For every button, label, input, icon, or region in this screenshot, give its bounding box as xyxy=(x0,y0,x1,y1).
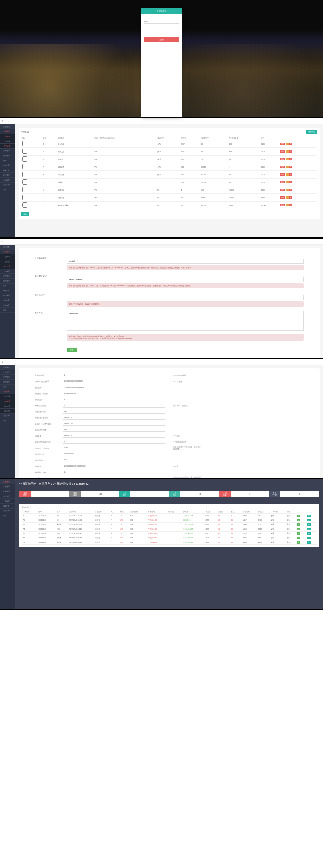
delete-button[interactable]: 删除 xyxy=(280,166,285,168)
sidebar-item-stats[interactable]: ▸ 统计管理 xyxy=(0,293,15,298)
sidebar-item-news[interactable]: ▸ 新闻 xyxy=(0,385,15,389)
action-button[interactable]: ⟳ xyxy=(307,532,311,535)
edit-icon[interactable]: ✎ xyxy=(286,181,289,183)
sidebar-item-products[interactable]: ▸ 产品管理 xyxy=(0,370,15,375)
sidebar-item-products[interactable]: ▾ 产品管理 xyxy=(0,129,15,134)
sidebar-item-kline[interactable]: ▸ K线下载 xyxy=(0,288,15,293)
sidebar-item-site[interactable]: ▸ 站点设置 xyxy=(0,183,15,187)
trade-situation-input[interactable] xyxy=(67,277,304,282)
sidebar-item-orders[interactable]: ▸ 订单管理 xyxy=(0,489,15,494)
config-input[interactable] xyxy=(63,476,165,478)
export-button[interactable]: 导出 xyxy=(21,212,29,216)
config-input[interactable] xyxy=(63,446,165,450)
menu-toggle-icon[interactable]: ≡ xyxy=(0,239,323,245)
sidebar-item-site[interactable]: ▸ 站点设置 xyxy=(0,509,15,513)
row-checkbox[interactable] xyxy=(22,195,27,200)
config-input[interactable] xyxy=(63,428,165,432)
delete-button[interactable]: 删除 xyxy=(280,150,285,153)
submit-button[interactable]: 提交 xyxy=(67,348,77,352)
row-checkbox[interactable] xyxy=(22,141,27,146)
sidebar-item-users[interactable]: ▸ 用户管理 xyxy=(0,279,15,284)
sidebar-item-home[interactable]: ▸ 后台首页 xyxy=(0,124,15,129)
sidebar-item-system[interactable]: ▾ 系统设置 xyxy=(0,389,15,394)
edit-icon[interactable]: ✎ xyxy=(286,143,289,145)
remove-icon[interactable]: ✕ xyxy=(289,166,292,168)
delete-button[interactable]: 删除 xyxy=(280,189,285,191)
sidebar-item-site[interactable]: ▸ 站点设置 xyxy=(0,414,15,418)
action-button[interactable]: ⟳ xyxy=(307,515,311,517)
config-input[interactable] xyxy=(63,404,165,408)
remove-icon[interactable]: ✕ xyxy=(289,204,292,206)
sidebar-item-users[interactable]: ▸ 用户管理 xyxy=(0,380,15,385)
sidebar-item-system[interactable]: ▸ 系统设置 xyxy=(0,298,15,303)
delete-button[interactable]: 删除 xyxy=(280,143,285,145)
detail-button[interactable]: ✎ xyxy=(297,515,300,517)
config-input[interactable] xyxy=(63,410,165,414)
sidebar-item-logout[interactable]: ▸ 退出 xyxy=(0,187,15,192)
detail-button[interactable]: ✎ xyxy=(297,528,300,530)
sidebar-item-company[interactable]: ▸ 公司设置 xyxy=(0,269,15,274)
sidebar-item-kline[interactable]: ▸ K线下载 xyxy=(0,504,15,509)
remove-icon[interactable]: ✕ xyxy=(289,181,292,183)
detail-button[interactable]: ✎ xyxy=(297,519,300,521)
delete-button[interactable]: 删除 xyxy=(280,181,285,183)
sidebar-item-users[interactable]: ▸ 用户管理 xyxy=(0,153,15,158)
remove-icon[interactable]: ✕ xyxy=(289,150,292,153)
login-button[interactable]: 登录 xyxy=(144,37,179,42)
sidebar-item-stats[interactable]: ▸ 统计管理 xyxy=(0,173,15,178)
edit-icon[interactable]: ✎ xyxy=(286,189,289,191)
config-input[interactable] xyxy=(63,373,165,377)
sidebar-sub-announce[interactable]: 系统公告 xyxy=(0,409,15,414)
delete-button[interactable]: 删除 xyxy=(280,196,285,199)
config-input[interactable] xyxy=(63,416,165,420)
edit-icon[interactable]: ✎ xyxy=(286,204,289,206)
row-checkbox[interactable] xyxy=(22,156,27,162)
action-button[interactable]: ⟳ xyxy=(307,528,311,530)
sidebar-sub-category[interactable]: 产品分类 xyxy=(0,259,15,264)
config-input[interactable] xyxy=(63,440,165,444)
sidebar-item-logout[interactable]: ▸ 退出 xyxy=(0,418,15,423)
sidebar-item-home[interactable]: ▸ 后台首页 xyxy=(0,245,15,250)
sidebar-item-company[interactable]: ▸ 公司设置 xyxy=(0,499,15,504)
action-button[interactable]: ⟳ xyxy=(307,537,311,539)
sidebar-item-logout[interactable]: ▸ 退出 xyxy=(0,513,15,518)
menu-toggle-icon[interactable]: ≡ xyxy=(0,118,323,124)
open-rate-textarea[interactable]: 0.100000000 xyxy=(67,311,304,331)
config-input[interactable] xyxy=(63,470,165,474)
menu-toggle-icon[interactable]: ≡ xyxy=(0,359,323,365)
edit-icon[interactable]: ✎ xyxy=(286,158,289,160)
config-input[interactable] xyxy=(63,458,165,462)
config-input[interactable] xyxy=(63,434,165,438)
row-checkbox[interactable] xyxy=(22,187,27,192)
delete-button[interactable]: 删除 xyxy=(280,158,285,160)
sidebar-item-news[interactable]: ▸ 新闻 xyxy=(0,158,15,163)
edit-icon[interactable]: ✎ xyxy=(286,150,289,153)
remove-icon[interactable]: ✕ xyxy=(289,189,292,191)
delete-button[interactable]: 删除 xyxy=(280,173,285,176)
sidebar-sub-category[interactable]: 产品分类 xyxy=(0,139,15,144)
row-checkbox[interactable] xyxy=(22,172,27,177)
config-input[interactable] xyxy=(63,385,165,389)
remove-icon[interactable]: ✕ xyxy=(289,196,292,199)
row-checkbox[interactable] xyxy=(22,149,27,154)
sidebar-item-orders[interactable]: ▸ 订单管理 xyxy=(0,274,15,279)
edit-icon[interactable]: ✎ xyxy=(286,166,289,168)
config-input[interactable] xyxy=(63,422,165,426)
add-product-button[interactable]: 添加产品 xyxy=(306,130,317,134)
sidebar-item-company[interactable]: ▸ 公司设置 xyxy=(0,163,15,168)
password-input[interactable] xyxy=(144,28,179,33)
config-input[interactable] xyxy=(63,452,165,456)
sidebar-sub-lottery[interactable]: 开奖记录 xyxy=(0,144,15,149)
row-checkbox[interactable] xyxy=(22,202,27,208)
config-input[interactable] xyxy=(63,379,165,383)
sidebar-item-orders[interactable]: ▸ 订单管理 xyxy=(0,375,15,380)
sidebar-item-home[interactable]: ▸ 后台首页 xyxy=(0,479,15,484)
detail-button[interactable]: ✎ xyxy=(297,541,300,544)
sidebar-sub-product-list[interactable]: 产品列表 xyxy=(0,134,15,139)
sidebar-sub-lottery[interactable]: 开奖记录 xyxy=(0,264,15,269)
sidebar-sub-log[interactable]: 日志记录 xyxy=(0,399,15,404)
detail-button[interactable]: ✎ xyxy=(297,523,300,526)
sidebar-item-products[interactable]: ▾ 产品管理 xyxy=(0,250,15,254)
config-input[interactable] xyxy=(63,464,165,468)
row-checkbox[interactable] xyxy=(22,164,27,169)
